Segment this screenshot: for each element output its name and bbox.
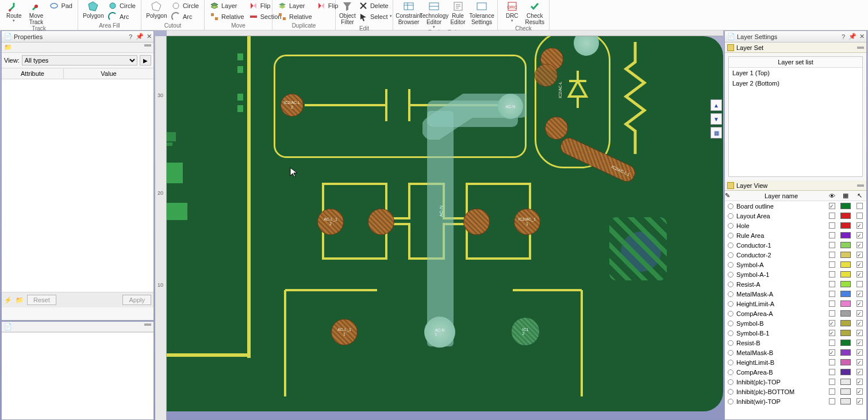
layer-color-swatch[interactable] bbox=[840, 320, 851, 326]
layer-pick-checkbox[interactable]: ✓ bbox=[857, 252, 863, 258]
layer-visible-checkbox[interactable] bbox=[829, 222, 835, 229]
layer-color-swatch[interactable] bbox=[840, 261, 851, 268]
layerview-title[interactable]: Layer View bbox=[725, 180, 866, 191]
layer-visible-checkbox[interactable] bbox=[829, 340, 835, 346]
constraint-browser-button[interactable]: Constraint Browser bbox=[397, 0, 421, 25]
close-icon[interactable]: ✕ bbox=[144, 32, 153, 41]
pin-icon[interactable]: 📌 bbox=[848, 32, 857, 41]
pad[interactable]: AC-L_1 2 bbox=[317, 209, 344, 235]
layer-pick-checkbox[interactable]: ✓ bbox=[857, 320, 863, 326]
layer-active-radio[interactable] bbox=[728, 340, 733, 346]
layer-visible-checkbox[interactable] bbox=[829, 261, 835, 268]
layer-pick-checkbox[interactable] bbox=[857, 213, 863, 219]
dup-relative-button[interactable]: Relative bbox=[276, 11, 314, 21]
layer-pick-checkbox[interactable]: ✓ bbox=[857, 398, 863, 404]
object-filter-button[interactable]: Object Filter bbox=[339, 0, 356, 25]
layer-active-radio[interactable] bbox=[728, 233, 733, 238]
layer-active-radio[interactable] bbox=[728, 252, 733, 258]
layer-row[interactable]: MetalMask-A✓ bbox=[725, 289, 866, 299]
layer-color-swatch[interactable] bbox=[840, 222, 851, 229]
layer-row[interactable]: Hole✓ bbox=[725, 221, 866, 230]
layer-active-radio[interactable] bbox=[728, 350, 733, 356]
drc-button[interactable]: DRCDRC▾ bbox=[501, 0, 523, 23]
properties-titlebar[interactable]: 📄 Properties ? 📌 ✕ bbox=[2, 31, 153, 43]
view-select[interactable]: All types bbox=[22, 55, 137, 65]
cutout-arc-button[interactable]: Arc bbox=[170, 11, 201, 21]
layer-row[interactable]: Inhibit(wir)-TOP✓ bbox=[725, 396, 866, 406]
layer-row[interactable]: CompArea-B✓ bbox=[725, 367, 866, 377]
collapse-icon[interactable] bbox=[144, 323, 151, 326]
view-go-button[interactable]: ▶ bbox=[140, 55, 151, 65]
layer-pick-checkbox[interactable]: ✓ bbox=[857, 222, 863, 229]
layer-row[interactable]: Symbol-B-1✓✓ bbox=[725, 328, 866, 338]
layer-row[interactable]: HeightLimit-B✓ bbox=[725, 357, 866, 367]
layer-row[interactable]: Resist-B✓ bbox=[725, 338, 866, 348]
layer-row[interactable]: HeightLimit-A✓ bbox=[725, 299, 866, 309]
layer-active-radio[interactable] bbox=[728, 330, 733, 336]
layer-visible-checkbox[interactable] bbox=[829, 388, 835, 395]
cutout-polygon-button[interactable]: Polygon bbox=[145, 0, 168, 19]
layer-color-swatch[interactable] bbox=[840, 349, 851, 356]
tolerance-settings-button[interactable]: Tolerance Settings bbox=[470, 0, 494, 25]
layer-visible-checkbox[interactable] bbox=[829, 369, 835, 375]
layerset-item[interactable]: Layer 2 (Bottom) bbox=[729, 78, 862, 88]
layer-pick-checkbox[interactable]: ✓ bbox=[857, 330, 863, 336]
layer-row[interactable]: Board outline✓ bbox=[725, 201, 866, 211]
layer-color-swatch[interactable] bbox=[840, 340, 851, 346]
layer-visible-checkbox[interactable] bbox=[829, 291, 835, 297]
pcb-board[interactable]: AC-N IC2/AC-L 2 AC-N AC-L_1 2 IC2/AC_1 1… bbox=[167, 36, 723, 411]
layer-visible-checkbox[interactable] bbox=[829, 379, 835, 385]
layer-visible-checkbox[interactable] bbox=[829, 271, 835, 278]
layer-pick-checkbox[interactable] bbox=[857, 281, 863, 287]
layer-active-radio[interactable] bbox=[728, 272, 733, 278]
areafill-circle-button[interactable]: Circle bbox=[106, 1, 137, 10]
layer-pick-checkbox[interactable]: ✓ bbox=[857, 271, 863, 278]
pad[interactable]: IC2/AC_1 1 bbox=[514, 209, 540, 235]
layer-active-radio[interactable] bbox=[728, 360, 733, 365]
layer-visible-checkbox[interactable] bbox=[829, 213, 835, 219]
layer-color-swatch[interactable] bbox=[840, 388, 851, 395]
layerview-list[interactable]: ✎ Layer name 👁 ▦ ↖ Board outline✓Layout … bbox=[725, 191, 866, 419]
layer-color-swatch[interactable] bbox=[840, 300, 851, 307]
pad[interactable]: AC-N 1 bbox=[424, 317, 455, 348]
move-relative-button[interactable]: Relative bbox=[208, 11, 246, 21]
layer-color-swatch[interactable] bbox=[840, 213, 851, 219]
pad[interactable]: IC2/AC-L 2 bbox=[281, 94, 304, 117]
layer-active-radio[interactable] bbox=[728, 311, 733, 317]
layer-color-swatch[interactable] bbox=[840, 359, 851, 365]
pad[interactable] bbox=[463, 209, 490, 235]
layer-visible-checkbox[interactable] bbox=[829, 359, 835, 365]
layer-visible-checkbox[interactable] bbox=[829, 300, 835, 307]
technology-editor-button[interactable]: Technology Editor▾ bbox=[422, 0, 446, 29]
layer-pick-checkbox[interactable]: ✓ bbox=[857, 261, 863, 268]
layersettings-titlebar[interactable]: 📄 Layer Settings ? 📌 ✕ bbox=[725, 31, 866, 43]
pad[interactable]: AC-N bbox=[498, 94, 523, 119]
layer-color-swatch[interactable] bbox=[840, 232, 851, 238]
cutout-circle-button[interactable]: Circle bbox=[170, 1, 201, 10]
layer-color-swatch[interactable] bbox=[840, 203, 851, 209]
layer-active-radio[interactable] bbox=[728, 301, 733, 307]
collapse-icon[interactable] bbox=[857, 184, 864, 187]
layer-color-swatch[interactable] bbox=[840, 281, 851, 287]
layer-color-swatch[interactable] bbox=[840, 310, 851, 317]
layerset-item[interactable]: Layer 1 (Top) bbox=[729, 68, 862, 78]
layer-visible-checkbox[interactable] bbox=[829, 281, 835, 287]
reset-button[interactable]: Reset bbox=[27, 295, 56, 305]
rule-editor-button[interactable]: Rule Editor bbox=[447, 0, 468, 25]
layer-active-radio[interactable] bbox=[728, 379, 733, 385]
layer-pick-checkbox[interactable]: ✓ bbox=[857, 300, 863, 307]
layerset-title[interactable]: Layer Set bbox=[725, 43, 866, 53]
layer-visible-checkbox[interactable] bbox=[829, 252, 835, 258]
layer-row[interactable]: Inhibit(plc)-BOTTOM✓ bbox=[725, 387, 866, 396]
layer-active-radio[interactable] bbox=[728, 399, 733, 404]
pick-icon[interactable]: ↖ bbox=[852, 192, 866, 199]
collapse-icon[interactable] bbox=[857, 47, 864, 49]
layer-active-radio[interactable] bbox=[728, 389, 733, 395]
areafill-polygon-button[interactable]: Polygon bbox=[82, 0, 105, 19]
move-layer-button[interactable]: Layer bbox=[208, 1, 246, 10]
route-button[interactable]: Route ▾ bbox=[3, 0, 25, 23]
layer-row[interactable]: Conductor-2✓ bbox=[725, 250, 866, 260]
layer-pick-checkbox[interactable]: ✓ bbox=[857, 349, 863, 356]
toolbar-icon[interactable]: 📁 bbox=[16, 296, 24, 304]
layer-color-swatch[interactable] bbox=[840, 252, 851, 258]
